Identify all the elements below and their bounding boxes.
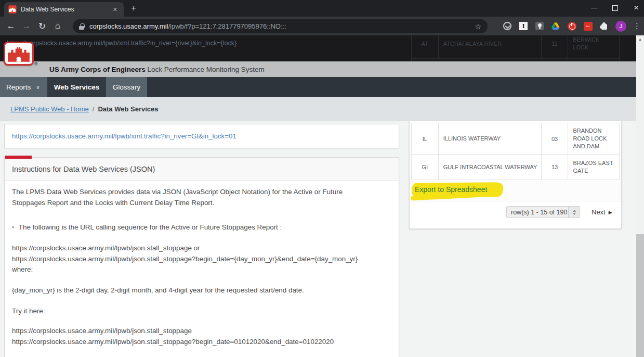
chevron-down-icon: ∨ <box>36 84 40 90</box>
dim-cell-waterway: ATCHAFALAYA RIVER <box>439 35 542 59</box>
address-bar[interactable]: corpslocks.usace.army.mil /lpwb/f?p=121:… <box>73 19 488 33</box>
cell-lock-name: BRAZOS EAST GATE <box>568 155 619 180</box>
locks-table: IL ILLINOIS WATERWAY 03 BRANDON ROAD LOC… <box>411 123 620 180</box>
section-body: The LPMS Data Web Services provides data… <box>5 181 399 357</box>
bookmark-star-icon[interactable]: ☆ <box>475 22 481 31</box>
ssl-lock-icon[interactable] <box>79 23 84 30</box>
window-close-button[interactable]: ✕ <box>633 4 640 11</box>
forward-icon[interactable]: → <box>19 21 34 31</box>
maximize-button[interactable] <box>612 5 618 11</box>
kebab-menu-icon[interactable]: ⋮ <box>633 21 641 31</box>
try-it-label: Try it here: <box>12 305 45 316</box>
cell-waterway: GULF INTRACOASTAL WATERWAY <box>439 155 542 180</box>
dim-cell-code: AT <box>412 35 439 59</box>
window-controls: — ✕ <box>590 0 640 16</box>
main-nav: Reports ∨ Web Services Glossary <box>0 77 636 97</box>
bullet-item: • The following is the URL calling seque… <box>12 222 282 233</box>
example-link-card: https://corpslocks.usace.army.mil/lpwb/x… <box>4 124 399 148</box>
cell-river-code: IL <box>412 123 439 154</box>
dimmed-overlay-band: https://corpslocks.usace.army.mil/lpwb/x… <box>0 35 636 61</box>
cell-lock-num: 13 <box>542 155 569 180</box>
page-viewport: https://corpslocks.usace.army.mil/lpwb/x… <box>0 35 644 357</box>
section-accent-bar <box>5 156 32 159</box>
section-title: Instructions for Data Web Services (JSON… <box>5 158 399 181</box>
cell-lock-name: BRANDON ROAD LOCK AND DAM <box>568 123 619 154</box>
profile-avatar[interactable]: J <box>615 21 626 32</box>
nav-item-reports[interactable]: Reports ∨ <box>0 77 47 97</box>
nav-item-glossary[interactable]: Glossary <box>106 77 147 97</box>
url-path: /lpwb/f?p=121:7:2817797095976::NO::: <box>168 22 286 30</box>
locks-table-card: IL ILLINOIS WATERWAY 03 BRANDON ROAD LOC… <box>409 121 622 229</box>
extensions-puzzle-icon[interactable] <box>599 21 609 31</box>
power-icon[interactable] <box>567 21 576 31</box>
instructions-section: Instructions for Data Web Services (JSON… <box>4 157 399 357</box>
browser-tab[interactable]: Data Web Services ✕ <box>4 2 124 17</box>
nav-item-web-services[interactable]: Web Services <box>47 77 106 97</box>
scrollbar-thumb[interactable] <box>636 234 644 357</box>
browser-tab-strip: Data Web Services ✕ + — ✕ <box>0 0 644 17</box>
tab-title: Data Web Services <box>21 6 111 13</box>
dimmed-url-text: https://corpslocks.usace.army.mil/lpwb/x… <box>7 40 236 47</box>
refresh-icon[interactable]: ↻ <box>34 21 50 32</box>
next-arrow-icon: ▶ <box>609 210 612 215</box>
app-title: US Army Corps of Engineers Lock Performa… <box>49 66 265 73</box>
xml-traffic-example-link[interactable]: https://corpslocks.usace.army.mil/lpwb/x… <box>12 132 236 140</box>
intro-paragraph: The LPMS Data Web Services provides data… <box>12 186 355 208</box>
rows-range-label: row(s) 1 - 15 of 190 <box>507 209 568 216</box>
minimize-button[interactable]: — <box>590 4 598 11</box>
dim-cell-lock: BERWICK LOCK <box>568 35 619 59</box>
pocket-icon[interactable] <box>503 21 512 31</box>
page-scrollbar[interactable]: ▲ <box>636 35 644 357</box>
masthead: US Army Corps of Engineers Lock Performa… <box>0 61 636 77</box>
bullet-text: The following is the URL calling sequenc… <box>19 222 282 233</box>
rows-range-spinner-icon[interactable] <box>568 207 580 218</box>
screen: Data Web Services ✕ + — ✕ ← → ↻ ⌂ corpsl… <box>0 0 644 357</box>
table-row: IL ILLINOIS WATERWAY 03 BRANDON ROAD LOC… <box>412 123 619 155</box>
drive-icon[interactable] <box>551 21 560 31</box>
date-format-note: {day_mon_yr} is the 2-digit day, 2-digit… <box>12 285 304 296</box>
pagination-row: row(s) 1 - 15 of 190 Next ▶ <box>410 202 621 228</box>
home-icon[interactable]: ⌂ <box>50 21 65 31</box>
url-line-where: where: <box>12 264 33 275</box>
instapaper-icon[interactable]: I <box>519 21 528 31</box>
export-strip: Export to Spreadsheet <box>410 181 621 201</box>
breadcrumb-current: Data Web Services <box>98 105 158 113</box>
export-to-spreadsheet-link[interactable]: Export to Spreadsheet <box>415 185 487 194</box>
scrollbar-up-icon[interactable]: ▲ <box>636 35 644 43</box>
back-icon[interactable]: ← <box>3 21 19 31</box>
url-host: corpslocks.usace.army.mil <box>89 22 168 30</box>
stall-stoppage-link[interactable]: https://corpslocks.usace.army.mil/lpwb/j… <box>12 325 192 336</box>
tab-close-icon[interactable]: ✕ <box>111 5 120 14</box>
breadcrumb-separator: / <box>93 105 95 113</box>
extension-row: I ••• J ⋮ <box>503 17 641 35</box>
next-page-link[interactable]: Next ▶ <box>592 208 612 216</box>
cell-lock-num: 03 <box>542 123 569 154</box>
cell-river-code: GI <box>412 155 439 180</box>
table-row: GI GULF INTRACOASTAL WATERWAY 13 BRAZOS … <box>412 155 619 180</box>
cell-waterway: ILLINOIS WATERWAY <box>439 123 542 154</box>
rows-range-select[interactable]: row(s) 1 - 15 of 190 <box>506 206 580 218</box>
password-manager-icon[interactable]: ••• <box>583 21 593 31</box>
stall-stoppage-dated-link[interactable]: https://corpslocks.usace.army.mil/lpwb/j… <box>12 336 334 347</box>
new-tab-button[interactable]: + <box>131 3 136 14</box>
url-line-1: https://corpslocks.usace.army.mil/lpwb/j… <box>12 243 200 253</box>
registered-mark: ® <box>34 61 38 67</box>
lightbulb-icon[interactable] <box>535 21 544 31</box>
usace-favicon <box>8 5 17 14</box>
usace-castle-logo <box>4 42 34 66</box>
dim-cell-num: 11 <box>542 35 569 59</box>
bullet-icon: • <box>12 222 14 233</box>
url-line-2: https://corpslocks.usace.army.mil/lpwb/j… <box>12 253 358 264</box>
dimmed-table-row: AT ATCHAFALAYA RIVER 11 BERWICK LOCK <box>411 35 620 61</box>
breadcrumb: LPMS Public Web - Home / Data Web Servic… <box>0 97 636 121</box>
breadcrumb-home-link[interactable]: LPMS Public Web - Home <box>10 105 89 113</box>
